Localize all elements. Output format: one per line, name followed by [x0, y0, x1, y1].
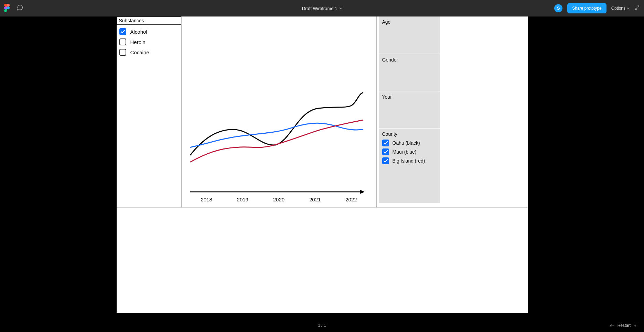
county-2-row: Big Island (red) — [382, 157, 437, 164]
substance-alcohol-row: Alcohol — [119, 28, 181, 35]
horizontal-divider — [117, 207, 528, 208]
substance-cocaine-row: Cocaine — [119, 49, 181, 56]
substances-title: Substances — [117, 16, 181, 25]
gender-panel[interactable]: Gender — [379, 54, 440, 91]
county-0-label: Oahu (black) — [393, 140, 420, 146]
county-2-checkbox[interactable] — [382, 157, 389, 164]
topbar-left — [4, 4, 23, 13]
county-1-label: Maui (blue) — [393, 149, 417, 155]
gender-panel-title: Gender — [382, 57, 437, 63]
x-tick: 2020 — [273, 197, 285, 202]
substance-heroin-checkbox[interactable] — [119, 38, 126, 45]
chevron-down-icon — [627, 7, 630, 10]
svg-marker-1 — [360, 190, 365, 194]
x-tick: 2018 — [201, 197, 212, 202]
share-prototype-button[interactable]: Share prototype — [567, 3, 606, 13]
prototype-stage: Substances AlcoholHeroinCocaine 20182019… — [0, 16, 644, 332]
user-avatar[interactable]: S — [554, 4, 562, 12]
options-button[interactable]: Options — [611, 6, 630, 11]
county-2-label: Big Island (red) — [393, 158, 425, 164]
county-1-row: Maui (blue) — [382, 148, 437, 155]
restart-label: Restart — [618, 323, 631, 328]
county-1-checkbox[interactable] — [382, 148, 389, 155]
county-panel-title: County — [382, 131, 437, 137]
document-title[interactable]: Draft Wireframe 1 — [302, 6, 342, 11]
substance-heroin-row: Heroin — [119, 38, 181, 45]
topbar-right: S Share prototype Options — [554, 3, 640, 13]
x-tick: 2021 — [309, 197, 321, 202]
restart-button[interactable]: Restart R — [610, 323, 636, 328]
line-chart — [182, 16, 376, 207]
substance-heroin-label: Heroin — [130, 39, 146, 45]
prototype-canvas: Substances AlcoholHeroinCocaine 20182019… — [117, 16, 528, 313]
document-title-text: Draft Wireframe 1 — [302, 6, 337, 11]
x-axis-ticks: 20182019202020212022 — [182, 197, 376, 202]
return-arrow-icon — [610, 324, 615, 327]
age-panel[interactable]: Age — [379, 16, 440, 54]
year-panel-title: Year — [382, 94, 437, 100]
age-panel-title: Age — [382, 19, 437, 25]
substance-alcohol-label: Alcohol — [130, 29, 147, 35]
page-indicator: 1 / 1 — [318, 323, 326, 328]
comment-icon[interactable] — [17, 4, 23, 12]
chevron-down-icon — [339, 7, 342, 10]
x-tick: 2022 — [345, 197, 357, 202]
substance-alcohol-checkbox[interactable] — [119, 28, 126, 35]
county-0-checkbox[interactable] — [382, 140, 389, 146]
substance-cocaine-label: Cocaine — [130, 49, 149, 55]
county-panel: County Oahu (black)Maui (blue)Big Island… — [379, 129, 440, 203]
figma-logo-icon[interactable] — [4, 4, 10, 13]
avatar-initial: S — [557, 6, 560, 11]
x-tick: 2019 — [237, 197, 248, 202]
filter-panels: Age Gender Year County Oahu (black)Maui … — [379, 16, 440, 203]
fullscreen-icon[interactable] — [634, 5, 640, 12]
app-topbar: Draft Wireframe 1 S Share prototype Opti… — [0, 0, 644, 16]
county-0-row: Oahu (black) — [382, 140, 437, 146]
options-label: Options — [611, 6, 625, 11]
substance-cocaine-checkbox[interactable] — [119, 49, 126, 56]
chart-area: 20182019202020212022 — [181, 16, 377, 207]
restart-shortcut: R — [633, 323, 636, 328]
year-panel[interactable]: Year — [379, 91, 440, 129]
substances-panel: Substances AlcoholHeroinCocaine — [117, 16, 181, 56]
